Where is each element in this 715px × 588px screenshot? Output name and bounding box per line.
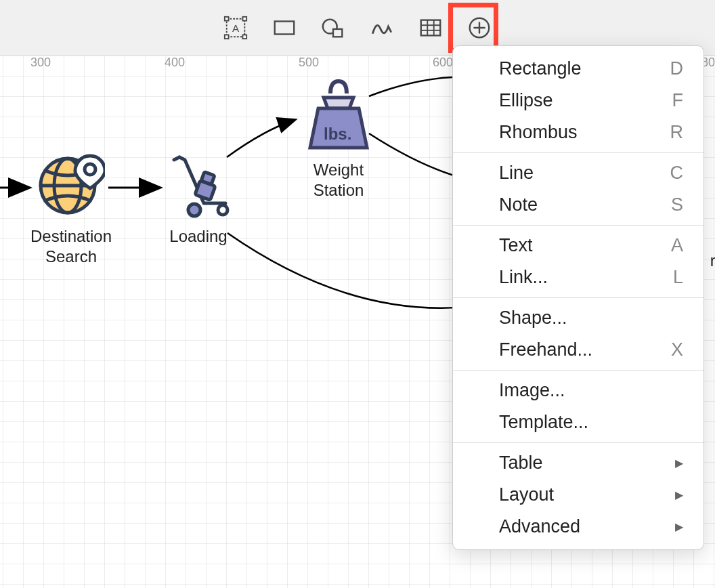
node-destination-search[interactable]: Destination Search bbox=[27, 150, 115, 267]
menu-item-template[interactable]: Template... bbox=[453, 406, 703, 438]
menu-item-rhombus[interactable]: RhombusR bbox=[453, 117, 703, 148]
ruler-tick: 300 bbox=[30, 56, 51, 70]
tool-text-frame[interactable]: A bbox=[221, 13, 251, 43]
menu-item-note[interactable]: NoteS bbox=[453, 189, 703, 221]
svg-rect-3 bbox=[225, 35, 229, 39]
ruler-tick: 400 bbox=[165, 56, 185, 70]
weight-bag-icon: lbs. bbox=[305, 77, 372, 152]
lbs-badge: lbs. bbox=[324, 125, 351, 143]
svg-rect-27 bbox=[201, 172, 215, 185]
menu-item-layout[interactable]: Layout▶ bbox=[453, 479, 703, 511]
menu-item-shape[interactable]: Shape... bbox=[453, 302, 703, 334]
node-label: Weight Station bbox=[298, 160, 379, 201]
ruler-tick: 500 bbox=[299, 56, 319, 70]
ruler-tick: 600 bbox=[433, 56, 453, 70]
node-label: Destination Search bbox=[27, 226, 115, 267]
node-weight-station[interactable]: lbs. Weight Station bbox=[298, 77, 379, 201]
tool-add[interactable] bbox=[464, 13, 494, 43]
svg-rect-2 bbox=[242, 16, 246, 20]
menu-item-image[interactable]: Image... bbox=[453, 375, 703, 406]
chevron-right-icon: ▶ bbox=[675, 488, 683, 501]
tool-shape-combo[interactable] bbox=[318, 13, 348, 43]
tool-freehand[interactable] bbox=[367, 13, 397, 43]
svg-rect-1 bbox=[225, 16, 229, 20]
menu-item-text[interactable]: TextA bbox=[453, 230, 703, 261]
menu-item-link[interactable]: Link...L bbox=[453, 261, 703, 293]
tool-table[interactable] bbox=[416, 13, 446, 43]
svg-text:A: A bbox=[232, 22, 240, 33]
menu-item-ellipse[interactable]: EllipseF bbox=[453, 85, 703, 117]
menu-item-advanced[interactable]: Advanced▶ bbox=[453, 511, 703, 543]
svg-point-24 bbox=[188, 204, 200, 216]
menu-item-rectangle[interactable]: RectangleD bbox=[453, 53, 703, 85]
globe-pin-icon bbox=[37, 150, 105, 218]
svg-rect-8 bbox=[333, 28, 342, 36]
svg-point-25 bbox=[218, 205, 228, 215]
svg-rect-6 bbox=[275, 21, 295, 34]
chevron-right-icon: ▶ bbox=[675, 457, 683, 469]
menu-item-line[interactable]: LineC bbox=[453, 157, 703, 189]
menu-item-table[interactable]: Table▶ bbox=[453, 447, 703, 479]
svg-rect-9 bbox=[421, 20, 441, 35]
node-label: Loading bbox=[161, 226, 236, 247]
hand-truck-icon bbox=[165, 150, 232, 218]
add-dropdown-menu: RectangleD EllipseF RhombusR LineC NoteS… bbox=[452, 45, 704, 550]
chevron-right-icon: ▶ bbox=[675, 520, 683, 533]
svg-rect-4 bbox=[242, 35, 246, 39]
node-loading[interactable]: Loading bbox=[161, 150, 236, 247]
menu-item-freehand[interactable]: Freehand...X bbox=[453, 334, 703, 366]
tool-rectangle[interactable] bbox=[269, 13, 299, 43]
